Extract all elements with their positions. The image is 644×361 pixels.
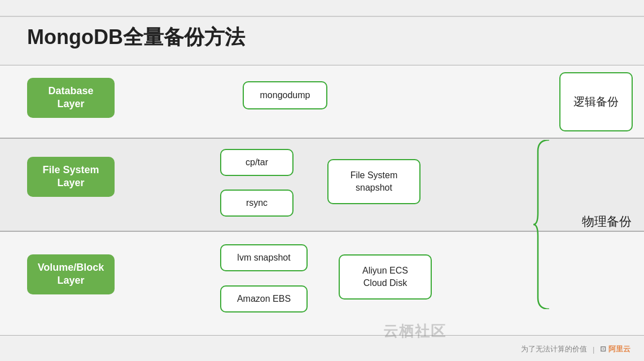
- page-title: MongoDB全量备份方法: [27, 24, 245, 51]
- aliyun-ecs-box: Aliyun ECSCloud Disk: [339, 254, 432, 300]
- physical-brace-icon: [532, 140, 555, 309]
- logical-backup-label: 逻辑备份: [559, 72, 633, 131]
- footer-divider: |: [593, 345, 594, 354]
- watermark: 云栖社区: [383, 322, 446, 341]
- rsync-box: rsync: [220, 190, 293, 217]
- footer: 为了无法计算的价值 | ⊡ 阿里云: [521, 344, 630, 354]
- footer-tagline: 为了无法计算的价值: [521, 344, 587, 354]
- filesystem-layer-label: File SystemLayer: [27, 157, 115, 197]
- top-divider: [0, 16, 644, 17]
- physical-backup-label: 物理备份: [582, 213, 632, 230]
- database-layer-label: DatabaseLayer: [27, 78, 115, 118]
- volume-layer-label: Volume/BlockLayer: [27, 254, 115, 294]
- database-row: DatabaseLayer mongodump 逻辑备份: [0, 65, 644, 138]
- lvm-snapshot-box: lvm snapshot: [220, 244, 308, 271]
- mongodump-box: mongodump: [243, 81, 327, 109]
- footer-logo: ⊡ 阿里云: [600, 344, 630, 354]
- amazon-ebs-box: Amazon EBS: [220, 285, 308, 312]
- footer-logo-text: 阿里云: [608, 345, 630, 353]
- footer-logo-icon: ⊡: [600, 345, 606, 353]
- fs-snapshot-box: File Systemsnapshot: [327, 159, 420, 204]
- cptar-box: cp/tar: [220, 149, 293, 176]
